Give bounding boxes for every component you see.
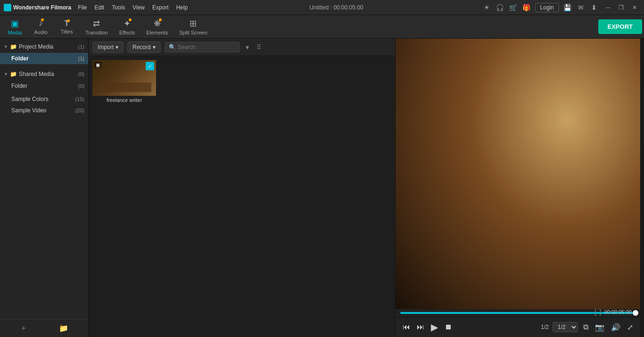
search-box[interactable]: 🔍 bbox=[165, 42, 240, 52]
import-button[interactable]: Import ▾ bbox=[92, 42, 124, 53]
record-button[interactable]: Record ▾ bbox=[127, 42, 161, 53]
shared-media-count: (0) bbox=[78, 71, 84, 77]
progress-track: { } 00:00:05:00 bbox=[400, 312, 636, 314]
more-options-icon[interactable]: ⠿ bbox=[255, 42, 263, 52]
elements-icon: ❋ bbox=[154, 18, 161, 29]
search-input[interactable] bbox=[178, 44, 236, 51]
mail-icon[interactable]: ✉ bbox=[576, 3, 586, 12]
project-media-section: ▼ 📁 Project Media (1) Folder (1) bbox=[0, 39, 88, 66]
volume-button[interactable]: 🔊 bbox=[610, 321, 622, 333]
sample-video-count: (20) bbox=[75, 108, 84, 113]
toolbar-titles[interactable]: T Titles bbox=[54, 17, 80, 36]
close-button[interactable]: ✕ bbox=[629, 3, 640, 12]
window-controls: ─ ❐ ✕ bbox=[603, 3, 640, 12]
toolbar-split-screen[interactable]: ⊞ Split Screen bbox=[173, 17, 213, 37]
new-folder-button[interactable]: 📁 bbox=[59, 324, 68, 333]
svg-rect-7 bbox=[586, 223, 640, 264]
save-icon[interactable]: 💾 bbox=[563, 3, 572, 12]
project-media-count: (1) bbox=[78, 44, 84, 50]
sidebar-item-sample-video[interactable]: Sample Video (20) bbox=[0, 105, 88, 116]
toolbar-media[interactable]: ▣ Media bbox=[2, 17, 28, 37]
brightness-icon[interactable]: ☀ bbox=[482, 3, 492, 12]
sidebar-item-folder-project[interactable]: Folder (1) bbox=[0, 53, 88, 64]
svg-rect-6 bbox=[583, 220, 640, 267]
shared-media-group[interactable]: ▼ 📁 Shared Media (0) bbox=[0, 68, 88, 80]
preview-video bbox=[396, 39, 640, 309]
filter-icon[interactable]: ▾ bbox=[244, 42, 251, 52]
menu-tools[interactable]: Tools bbox=[109, 3, 128, 12]
menu-file[interactable]: File bbox=[75, 3, 90, 12]
bracket-left[interactable]: { bbox=[594, 308, 597, 316]
svg-rect-5 bbox=[400, 172, 562, 227]
player-right-controls: 1/2 1/2 1/4 Full ⧉ 📷 🔊 ⤢ bbox=[541, 321, 635, 333]
media-area: Import ▾ Record ▾ 🔍 ▾ ⠿ bbox=[89, 39, 395, 337]
toolbar-transition-label: Transition bbox=[85, 30, 108, 35]
login-button[interactable]: Login bbox=[535, 3, 559, 12]
add-media-button[interactable]: ＋ bbox=[20, 323, 27, 333]
sidebar: ▼ 📁 Project Media (1) Folder (1) ▼ 📁 Sha… bbox=[0, 39, 89, 337]
main-toolbar: ▣ Media ♪ Audio T Titles ⇄ Transition ✦ … bbox=[0, 15, 644, 39]
gift-icon[interactable]: 🎁 bbox=[522, 3, 531, 12]
playback-quality-select[interactable]: 1/2 1/4 Full bbox=[553, 322, 578, 332]
project-media-label: Project Media bbox=[19, 43, 76, 50]
bracket-right[interactable]: } bbox=[599, 308, 602, 316]
audio-icon: ♪ bbox=[39, 18, 43, 28]
menu-help[interactable]: Help bbox=[173, 3, 191, 12]
effects-icon: ✦ bbox=[124, 18, 131, 29]
project-media-group[interactable]: ▼ 📁 Project Media (1) bbox=[0, 41, 88, 53]
headphone-icon[interactable]: 🎧 bbox=[495, 3, 505, 12]
toolbar-audio-label: Audio bbox=[34, 29, 47, 35]
split-screen-icon: ⊞ bbox=[190, 18, 197, 29]
expand-arrow-icon: ▼ bbox=[4, 72, 8, 76]
checked-icon: ✓ bbox=[146, 62, 154, 70]
media-item-freelance-writer[interactable]: ▣ ✓ freelance writer bbox=[92, 60, 156, 103]
main-layout: ▼ 📁 Project Media (1) Folder (1) ▼ 📁 Sha… bbox=[0, 39, 644, 337]
transition-icon: ⇄ bbox=[93, 18, 100, 29]
cart-icon[interactable]: 🛒 bbox=[509, 3, 518, 12]
playback-controls: ⏮ ⏭ ▶ ⏹ bbox=[401, 320, 454, 334]
folder-icon: 📁 bbox=[10, 43, 17, 50]
progress-handle[interactable] bbox=[633, 310, 638, 316]
svg-point-8 bbox=[396, 207, 537, 272]
fullscreen-button[interactable]: ⤢ bbox=[626, 321, 635, 333]
rewind-button[interactable]: ⏮ bbox=[401, 321, 412, 333]
record-label: Record bbox=[132, 44, 151, 51]
progress-bar-container[interactable]: { } 00:00:05:00 bbox=[396, 309, 640, 317]
toolbar-audio[interactable]: ♪ Audio bbox=[28, 17, 54, 37]
svg-rect-1 bbox=[396, 39, 640, 151]
import-label: Import bbox=[98, 44, 114, 51]
preview-image bbox=[396, 39, 640, 309]
snapshot-button[interactable]: 📷 bbox=[594, 321, 606, 333]
menu-view[interactable]: View bbox=[130, 3, 148, 12]
toolbar-elements[interactable]: ❋ Elements bbox=[140, 17, 173, 37]
download-icon[interactable]: ⬇ bbox=[589, 3, 599, 12]
pip-button[interactable]: ⧉ bbox=[582, 321, 590, 333]
stop-button[interactable]: ⏹ bbox=[443, 321, 454, 333]
toolbar-effects[interactable]: ✦ Effects bbox=[114, 17, 140, 37]
sidebar-item-sample-colors[interactable]: Sample Colors (15) bbox=[0, 93, 88, 105]
sample-colors-label: Sample Colors bbox=[11, 96, 49, 102]
toolbar-split-label: Split Screen bbox=[179, 30, 207, 35]
minimize-button[interactable]: ─ bbox=[603, 3, 614, 12]
play-button[interactable]: ▶ bbox=[429, 320, 439, 334]
shared-folder-label: Folder bbox=[11, 83, 27, 89]
export-button[interactable]: EXPORT bbox=[598, 19, 642, 34]
playback-position: 1/2 bbox=[541, 324, 549, 330]
sidebar-item-folder-shared[interactable]: Folder (0) bbox=[0, 80, 88, 92]
menu-edit[interactable]: Edit bbox=[91, 3, 107, 12]
svg-rect-3 bbox=[396, 225, 574, 236]
check-overlay: ✓ bbox=[146, 62, 154, 70]
menu-export[interactable]: Export bbox=[149, 3, 172, 12]
titles-icon: T bbox=[65, 19, 69, 28]
media-type-icon: ▣ bbox=[94, 62, 101, 68]
shared-media-section: ▼ 📁 Shared Media (0) Folder (0) bbox=[0, 66, 88, 93]
toolbar-transition[interactable]: ⇄ Transition bbox=[80, 17, 114, 37]
app-name: Wondershare Filmora bbox=[13, 4, 71, 11]
sample-colors-count: (15) bbox=[75, 96, 84, 102]
frame-back-button[interactable]: ⏭ bbox=[415, 321, 426, 333]
maximize-button[interactable]: ❐ bbox=[616, 3, 627, 12]
sample-video-label: Sample Video bbox=[11, 107, 47, 114]
record-arrow-icon: ▾ bbox=[153, 44, 156, 51]
expand-arrow-icon: ▼ bbox=[4, 44, 8, 49]
toolbar-elements-label: Elements bbox=[146, 30, 168, 35]
